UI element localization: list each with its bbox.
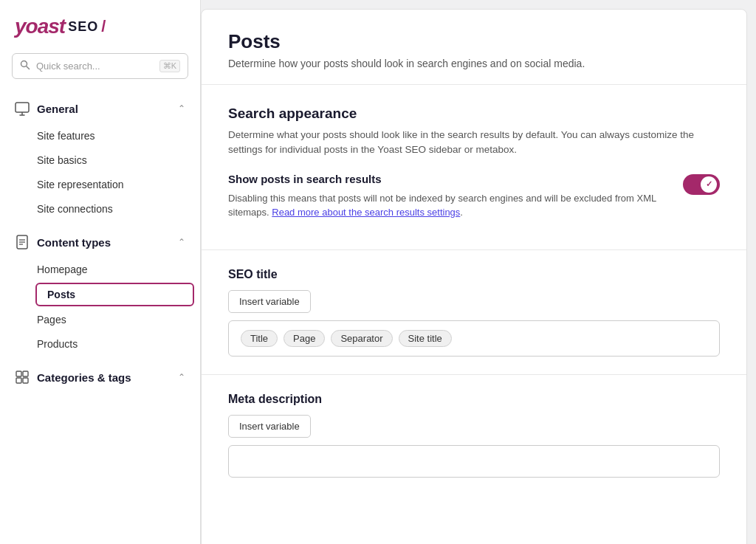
meta-description-label: Meta description	[228, 393, 720, 406]
seo-title-label: SEO title	[228, 268, 720, 281]
logo-yoast-text: yoast	[15, 15, 65, 38]
general-section-label: General	[37, 103, 171, 115]
seo-title-section: SEO title Insert variable Title Page Sep…	[202, 250, 746, 375]
seo-title-insert-variable-button[interactable]: Insert variable	[228, 290, 311, 313]
sidebar-item-site-representation[interactable]: Site representation	[37, 173, 194, 196]
sidebar-item-products[interactable]: Products	[37, 332, 194, 356]
search-shortcut: ⌘K	[159, 60, 180, 72]
show-posts-toggle[interactable]: ✓	[683, 174, 720, 195]
meta-description-insert-variable-button[interactable]: Insert variable	[228, 415, 311, 438]
toggle-label: Show posts in search results	[228, 173, 668, 185]
content-types-section-label: Content types	[37, 236, 171, 249]
svg-rect-2	[16, 103, 29, 112]
logo-slash: /	[101, 17, 106, 36]
svg-rect-12	[23, 378, 28, 383]
document-icon	[15, 235, 30, 249]
page-header: Posts Determine how your posts should lo…	[202, 10, 746, 85]
content-types-chevron-icon: ⌃	[178, 237, 185, 247]
seo-tag-title[interactable]: Title	[241, 330, 278, 347]
toggle-description: Disabling this means that posts will not…	[228, 191, 668, 220]
monitor-icon	[15, 101, 30, 116]
search-placeholder-text: Quick search...	[36, 61, 154, 72]
logo-area: yoast SEO /	[0, 15, 200, 53]
svg-line-1	[27, 66, 30, 69]
nav-section-categories-tags: Categories & tags ⌃	[0, 362, 200, 398]
toggle-row: Show posts in search results Disabling t…	[228, 173, 720, 220]
sidebar-item-site-basics[interactable]: Site basics	[37, 148, 194, 172]
toggle-knob: ✓	[701, 176, 717, 193]
nav-section-general-header[interactable]: General ⌃	[0, 94, 200, 123]
page-subtitle: Determine how your posts should look in …	[228, 58, 720, 69]
sidebar: yoast SEO / Quick search... ⌘K General	[0, 0, 201, 544]
meta-description-input-area[interactable]	[228, 445, 720, 478]
sidebar-item-site-connections[interactable]: Site connections	[37, 197, 194, 221]
toggle-link[interactable]: Read more about the search results setti…	[272, 207, 460, 218]
search-appearance-description: Determine what your posts should look li…	[228, 128, 720, 158]
tag-icon	[15, 370, 30, 385]
content-types-nav-items: Homepage Posts Pages Products	[0, 258, 200, 356]
seo-tag-site-title[interactable]: Site title	[399, 330, 452, 347]
nav-section-general: General ⌃ Site features Site basics Site…	[0, 94, 200, 227]
main-content: Posts Determine how your posts should lo…	[201, 9, 747, 544]
meta-description-section: Meta description Insert variable	[202, 375, 746, 495]
toggle-label-area: Show posts in search results Disabling t…	[228, 173, 668, 220]
sidebar-item-pages[interactable]: Pages	[37, 308, 194, 331]
logo: yoast SEO /	[15, 15, 185, 38]
sidebar-item-homepage[interactable]: Homepage	[37, 258, 194, 281]
logo-seo-text: SEO	[68, 19, 98, 35]
sidebar-item-site-features[interactable]: Site features	[37, 124, 194, 148]
page-title: Posts	[228, 30, 720, 53]
seo-title-input-area[interactable]: Title Page Separator Site title	[228, 320, 720, 357]
nav-section-content-types: Content types ⌃ Homepage Posts Pages Pro…	[0, 227, 200, 362]
general-chevron-icon: ⌃	[178, 103, 185, 114]
sidebar-item-posts[interactable]: Posts	[35, 283, 194, 306]
svg-rect-9	[16, 371, 21, 376]
seo-tag-separator[interactable]: Separator	[331, 330, 392, 347]
search-appearance-title: Search appearance	[228, 106, 720, 122]
nav-section-categories-tags-header[interactable]: Categories & tags ⌃	[0, 362, 200, 392]
search-icon	[20, 60, 30, 72]
categories-tags-chevron-icon: ⌃	[178, 372, 185, 382]
svg-rect-11	[16, 378, 21, 383]
nav-section-content-types-header[interactable]: Content types ⌃	[0, 227, 200, 257]
seo-tag-page[interactable]: Page	[284, 330, 325, 347]
search-appearance-section: Search appearance Determine what your po…	[202, 85, 746, 250]
general-nav-items: Site features Site basics Site represent…	[0, 124, 200, 221]
search-bar[interactable]: Quick search... ⌘K	[12, 53, 188, 79]
svg-rect-10	[23, 371, 28, 376]
categories-tags-section-label: Categories & tags	[37, 371, 171, 384]
toggle-check-icon: ✓	[706, 179, 712, 189]
